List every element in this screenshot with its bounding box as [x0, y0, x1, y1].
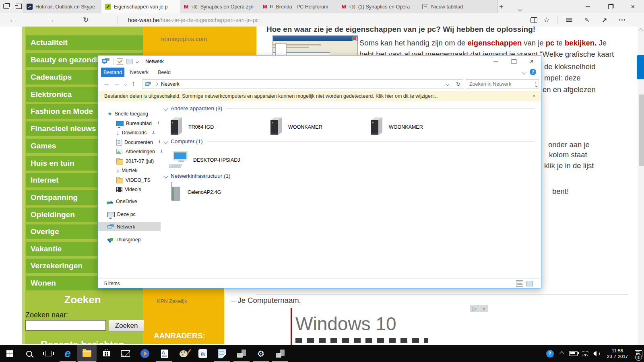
group-header-andere-apparaten[interactable]: Andere apparaten (3) [164, 105, 535, 111]
browser-restore-button[interactable] [608, 4, 613, 9]
taskbar-notepad-button[interactable] [213, 345, 232, 362]
ribbon-tab-beeld[interactable]: Beeld [154, 68, 174, 77]
search-input[interactable] [25, 320, 106, 331]
nav-item-videos[interactable]: Video's [98, 185, 161, 194]
nav-item-onedrive[interactable]: ☁OneDrive [98, 197, 161, 206]
tray-network[interactable] [580, 345, 591, 362]
ribbon-tab-netwerk[interactable]: Netwerk [128, 68, 151, 77]
file-explorer-window[interactable]: Netwerk × Bestand Netwerk Beeld ? ← → ↑ [97, 55, 541, 288]
nav-item-netwerk-selected[interactable]: Netwerk [98, 222, 161, 231]
tab-eigenschappen-active[interactable]: Eigenschappen van je p × [101, 0, 188, 13]
tab-brenda[interactable]: M II Brenda - PC Helpforum [259, 0, 346, 13]
refresh-icon[interactable]: ↻ [79, 13, 93, 27]
ad-column-bottom[interactable]: KPN Zakelijk AANRADERS: [143, 288, 224, 344]
breadcrumb[interactable]: Netwerk [161, 81, 180, 87]
task-view-button[interactable] [39, 345, 58, 362]
item-woonkamer-1[interactable]: WOONKAMER [269, 116, 365, 138]
taskbar-device-button-2[interactable] [270, 345, 290, 362]
more-options-icon[interactable] [616, 13, 629, 27]
group-header-computer[interactable]: Computer (1) [164, 138, 535, 144]
nav-history-chevron-icon[interactable] [124, 82, 127, 86]
ribbon-tab-bestand[interactable]: Bestand [101, 68, 124, 77]
taskbar-media-button[interactable] [135, 345, 155, 362]
nav-item-bureaublad[interactable]: Bureaublad [98, 119, 161, 128]
group-collapse-chevron-icon[interactable] [163, 139, 168, 144]
audio-speaker-icon[interactable]: ◁)) [349, 4, 355, 9]
tray-clock[interactable]: 11:58 23-7-2017 [602, 345, 633, 362]
adchoices-icon[interactable]: ▷ [470, 305, 479, 312]
thumbnail-view-icon[interactable] [526, 281, 533, 286]
menu-item-actualiteit[interactable]: Actualiteit [26, 35, 143, 50]
qat-new-folder-icon[interactable] [126, 59, 133, 64]
tab-list-chevron-icon[interactable] [518, 5, 522, 12]
item-woonkamer-2[interactable]: WOONKAMER [369, 116, 466, 138]
item-tr064[interactable]: TR064 IGD [169, 116, 266, 138]
ad-close-icon[interactable]: × [479, 305, 488, 312]
set-tabs-aside-icon[interactable] [16, 4, 22, 9]
notification-text[interactable]: Bestanden delen is uitgeschakeld. Sommig… [104, 93, 438, 99]
taskbar-store-button[interactable] [97, 345, 116, 362]
group-collapse-chevron-icon[interactable] [163, 106, 168, 111]
url-field[interactable]: hoe-waar.be /hoe-zie-je-de-eigenschappen… [128, 13, 259, 27]
ad-windows10-title[interactable]: Windows 10 [295, 313, 396, 335]
browser-minimize-button[interactable] [586, 6, 590, 7]
web-note-pen-icon[interactable]: ✎ [580, 13, 593, 27]
help-icon[interactable]: ? [530, 69, 536, 75]
explorer-maximize-button[interactable] [505, 56, 523, 68]
ad-domain-label[interactable]: reimageplus.com [161, 35, 207, 42]
nav-item-thuisgroep[interactable]: Thuisgroep [98, 235, 161, 244]
nav-item-deze-pc[interactable]: Deze pc [98, 210, 161, 219]
qat-customize-chevron-icon[interactable] [136, 60, 139, 63]
tray-volume[interactable] [591, 345, 602, 362]
audio-speaker-icon[interactable]: ◁)) [191, 4, 198, 9]
taskbar-settings-button[interactable]: ⚙ [251, 345, 270, 362]
ribbon-expand-chevron-icon[interactable] [522, 70, 526, 74]
tab-synaptics-2[interactable]: M ◁)) (1) Synaptics en Opera : [338, 0, 426, 13]
notification-close-icon[interactable]: × [532, 93, 535, 99]
action-center-button[interactable]: 5 [633, 345, 644, 362]
ad-kpn-label[interactable]: KPN Zakelijk [157, 298, 187, 304]
group-collapse-chevron-icon[interactable] [163, 174, 168, 178]
address-dropdown-chevron-icon[interactable] [446, 82, 449, 86]
address-field[interactable]: Netwerk [142, 79, 453, 89]
taskbar-search-button[interactable] [19, 345, 39, 362]
nav-up-icon[interactable]: ↑ [132, 80, 135, 87]
nav-forward-icon[interactable]: → [114, 80, 120, 87]
browser-close-button[interactable]: × [631, 3, 635, 11]
explorer-search-box[interactable] [466, 79, 539, 89]
explorer-minimize-button[interactable] [487, 56, 505, 68]
list-view-icon[interactable] [516, 280, 523, 287]
tab-preview-icon[interactable] [3, 4, 9, 9]
audio-pause-icon[interactable]: II [270, 4, 273, 9]
nav-item-muziek[interactable]: ♪Muziek [98, 166, 161, 175]
nav-item-downloads[interactable]: ↓Downloads [98, 128, 161, 137]
tab-synaptics-1[interactable]: M ◁)) Synaptics en Opera zijn [180, 0, 267, 13]
search-button[interactable]: Zoeken [109, 320, 144, 332]
taskbar-edge-button[interactable]: e [58, 345, 77, 362]
nav-item-video-ts[interactable]: VIDEO_TS [98, 175, 161, 185]
explorer-search-input[interactable] [469, 81, 535, 87]
search-magnifier-icon[interactable] [535, 82, 536, 86]
nav-back-icon[interactable]: ← [103, 80, 110, 87]
forward-icon[interactable]: → [44, 13, 58, 27]
nav-item-afbeeldingen[interactable]: Afbeeldingen [98, 147, 161, 156]
group-header-netwerkinfrastructuur[interactable]: Netwerkinfrastructuur (1) [164, 173, 535, 179]
hub-icon[interactable] [563, 13, 576, 27]
taskbar-explorer-button-active[interactable] [77, 345, 97, 362]
tab-hotmail[interactable]: Hotmail, Outlook en Skype [23, 0, 109, 13]
share-icon[interactable]: ↗ [598, 13, 611, 27]
start-button[interactable] [0, 345, 19, 362]
item-celenoap[interactable]: CelenoAP2.4G [169, 181, 282, 204]
taskbar-paint-button[interactable] [174, 345, 193, 362]
qat-properties-icon[interactable] [117, 58, 123, 65]
tab-new[interactable]: Nieuw tabblad [419, 0, 498, 13]
notification-bar[interactable]: Bestanden delen is uitgeschakeld. Sommig… [98, 91, 541, 101]
taskbar-device-button-1[interactable] [232, 345, 251, 362]
nav-item-documenten[interactable]: Documenten [98, 138, 161, 147]
explorer-close-button[interactable]: × [523, 56, 541, 68]
item-desktop-hpsiadj[interactable]: DESKTOP-HPSIADJ [169, 148, 282, 172]
tray-battery[interactable] [568, 345, 579, 362]
tray-help-button[interactable]: ? [544, 345, 555, 362]
new-tab-button[interactable]: + [499, 2, 504, 11]
address-refresh-button[interactable]: ↻ [454, 79, 463, 89]
